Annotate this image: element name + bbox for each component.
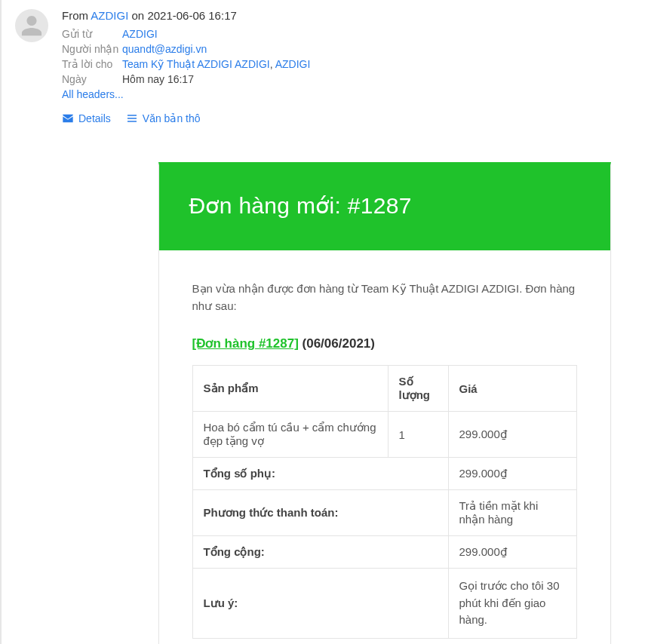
cell-product: Hoa bó cẩm tú cầu + cẩm chướng đẹp tặng … xyxy=(192,412,388,458)
order-intro: Bạn vừa nhận được đơn hàng từ Team Kỹ Th… xyxy=(192,281,577,314)
from-sender-link[interactable]: AZDIGI xyxy=(91,9,128,22)
raw-action[interactable]: Văn bản thô xyxy=(126,112,201,124)
from-line: From AZDIGI on 2021-06-06 16:17 xyxy=(62,9,640,22)
actions-row: Details Văn bản thô xyxy=(62,112,640,124)
date-value: Hôm nay 16:17 xyxy=(122,73,194,85)
order-card: Đơn hàng mới: #1287 Bạn vừa nhận được đơ… xyxy=(158,162,611,644)
order-title: [Đơn hàng #1287] (06/06/2021) xyxy=(192,336,577,351)
envelope-icon xyxy=(62,112,74,124)
from-timestamp: on 2021-06-06 16:17 xyxy=(132,9,237,22)
header-main: From AZDIGI on 2021-06-06 16:17 Gửi từ A… xyxy=(62,9,640,124)
col-price: Giá xyxy=(448,366,576,412)
order-banner: Đơn hàng mới: #1287 xyxy=(159,165,610,250)
note-value: Gọi trước cho tôi 30 phút khi đến giao h… xyxy=(448,569,576,639)
email-body: Đơn hàng mới: #1287 Bạn vừa nhận được đơ… xyxy=(8,162,648,644)
subtotal-value: 299.000₫ xyxy=(448,458,576,490)
list-icon xyxy=(126,112,138,124)
cell-qty: 1 xyxy=(388,412,448,458)
details-label: Details xyxy=(78,112,111,124)
order-banner-title: Đơn hàng mới: #1287 xyxy=(189,192,580,219)
reply-to-value-2[interactable]: AZDIGI xyxy=(275,58,311,70)
reply-to-value-1[interactable]: Team Kỹ Thuật AZDIGI AZDIGI xyxy=(122,58,270,70)
table-row: Hoa bó cẩm tú cầu + cẩm chướng đẹp tặng … xyxy=(192,412,576,458)
recipient-label: Người nhận xyxy=(62,43,122,55)
reply-to-sep: , xyxy=(270,58,275,70)
subtotal-label: Tổng số phụ: xyxy=(192,458,448,490)
sent-from-value[interactable]: AZDIGI xyxy=(122,28,158,40)
payment-value: Trả tiền mặt khi nhận hàng xyxy=(448,490,576,536)
recipient-value[interactable]: quandt@azdigi.vn xyxy=(122,43,207,55)
person-icon xyxy=(20,14,44,38)
reply-to-label: Trả lời cho xyxy=(62,58,122,70)
col-product: Sản phẩm xyxy=(192,366,388,412)
details-action[interactable]: Details xyxy=(62,112,111,124)
order-number-link[interactable]: [Đơn hàng #1287] xyxy=(192,336,299,351)
total-label: Tổng cộng: xyxy=(192,536,448,569)
header-meta: Gửi từ AZDIGI Người nhận quandt@azdigi.v… xyxy=(62,28,640,85)
all-headers-link[interactable]: All headers... xyxy=(62,88,124,100)
payment-label: Phương thức thanh toán: xyxy=(192,490,448,536)
from-prefix: From xyxy=(62,9,88,22)
email-container: From AZDIGI on 2021-06-06 16:17 Gửi từ A… xyxy=(0,0,648,644)
avatar xyxy=(15,9,48,42)
order-date: (06/06/2021) xyxy=(303,336,375,351)
total-value: 299.000₫ xyxy=(448,536,576,569)
note-label: Lưu ý: xyxy=(192,569,448,639)
table-header-row: Sản phẩm Số lượng Giá xyxy=(192,366,576,412)
col-qty: Số lượng xyxy=(388,366,448,412)
order-table: Sản phẩm Số lượng Giá Hoa bó cẩm tú cầu … xyxy=(192,365,577,639)
sent-from-label: Gửi từ xyxy=(62,28,122,40)
cell-price: 299.000₫ xyxy=(448,412,576,458)
order-body: Bạn vừa nhận được đơn hàng từ Team Kỹ Th… xyxy=(159,250,610,644)
raw-label: Văn bản thô xyxy=(143,112,201,124)
email-header: From AZDIGI on 2021-06-06 16:17 Gửi từ A… xyxy=(8,0,648,124)
date-label: Ngày xyxy=(62,73,122,85)
